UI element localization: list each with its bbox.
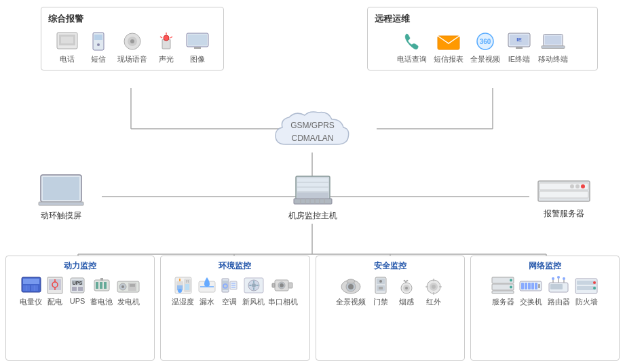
remote-phone: 电话查询 (397, 31, 427, 64)
svg-text:UPS: UPS (73, 281, 83, 285)
svg-rect-111 (272, 283, 275, 287)
svg-rect-80 (104, 282, 107, 289)
battery-label: 蓄电池 (90, 297, 113, 307)
router-device: 路由器 (546, 276, 571, 307)
main-host-icon (290, 173, 335, 207)
water-sensor: 漏水 (197, 276, 216, 307)
svg-rect-17 (94, 35, 102, 40)
svg-point-118 (379, 280, 382, 283)
svg-point-123 (405, 287, 408, 289)
fan-icon (243, 276, 265, 295)
svg-rect-142 (538, 284, 540, 288)
cloud-line2: CDMA/LAN (290, 132, 335, 145)
svg-point-106 (252, 283, 256, 287)
security-icons: 全景视频 门禁 (320, 276, 461, 307)
smoke-device: 烟感 (396, 276, 417, 307)
alarm-light-label: 声光 (159, 54, 174, 64)
svg-point-60 (570, 184, 574, 188)
alarm-audio: 现场语音 (117, 31, 147, 64)
electric-meter-label: 电量仪 (20, 297, 42, 307)
camera360-icon: 360 (473, 31, 497, 52)
svg-rect-139 (528, 283, 531, 289)
svg-rect-110 (288, 283, 292, 288)
alarm-server-icon (537, 178, 591, 205)
svg-rect-137 (521, 283, 524, 289)
electric-meter-icon (20, 276, 42, 295)
svg-rect-86 (130, 284, 135, 287)
ups-icon: UPS (68, 276, 87, 295)
svg-rect-42 (39, 202, 83, 205)
svg-rect-150 (550, 284, 563, 289)
serial-cam-label: 串口相机 (268, 297, 298, 307)
distribution-icon (45, 276, 64, 295)
svg-point-147 (552, 277, 554, 280)
panorama-cam-icon (339, 276, 363, 295)
svg-point-90 (178, 289, 182, 293)
remote-box: 远程运维 电话查询 短信报表 (367, 7, 598, 70)
main-host-label: 机房监控主机 (288, 210, 337, 222)
svg-rect-120 (379, 287, 383, 289)
touchscreen-label: 动环触摸屏 (41, 210, 81, 222)
svg-rect-138 (525, 283, 527, 289)
firewall-icon (574, 276, 599, 295)
infrared-label: 红外 (426, 297, 441, 307)
svg-rect-133 (492, 291, 514, 294)
thermometer-icon: H (174, 276, 193, 295)
content-layer: 综合报警 电话 短信 (0, 0, 625, 364)
svg-point-59 (575, 184, 580, 188)
env-monitor-box: 环境监控 H 温湿度 (160, 256, 309, 361)
cloud-area: GSM/GPRS CDMA/LAN (265, 107, 360, 157)
access-control-icon (371, 276, 390, 295)
alarm-server-device: 报警服务器 (537, 178, 591, 220)
svg-rect-15 (61, 37, 73, 43)
distribution-box: 配电 (45, 276, 64, 307)
remote-sms: 短信报表 (434, 31, 463, 64)
svg-point-155 (593, 287, 596, 289)
svg-rect-46 (297, 188, 328, 191)
svg-rect-79 (100, 282, 102, 289)
remote-ie-label: IE终端 (508, 54, 530, 64)
thermometer-label: 温湿度 (172, 297, 194, 307)
smoke-label: 烟感 (399, 297, 414, 307)
svg-rect-39 (542, 46, 565, 49)
remote-box-title: 远程运维 (375, 13, 590, 25)
electric-meter: 电量仪 (20, 276, 42, 307)
alarm-sms-label: 短信 (91, 54, 106, 64)
net-server-label: 服务器 (492, 297, 514, 307)
svg-line-25 (160, 37, 162, 38)
firewall-label: 防火墙 (575, 297, 598, 307)
router-label: 路由器 (548, 297, 570, 307)
svg-rect-75 (72, 287, 77, 291)
access-control-device: 门禁 (371, 276, 390, 307)
svg-point-134 (510, 279, 512, 282)
svg-line-26 (170, 37, 172, 38)
smoke-icon (396, 276, 417, 295)
remote-ie: IE IE终端 (507, 31, 531, 64)
svg-rect-94 (185, 284, 189, 290)
access-control-label: 门禁 (373, 297, 388, 307)
alarm-box: 综合报警 电话 短信 (41, 7, 224, 70)
generator-icon (116, 276, 140, 295)
svg-rect-57 (539, 191, 588, 198)
alarm-sms: 短信 (86, 31, 111, 64)
svg-point-126 (432, 285, 436, 289)
remote-mobile: 移动终端 (538, 31, 568, 64)
svg-text:360: 360 (480, 38, 491, 45)
bottom-section: 动力监控 电量仪 (5, 256, 620, 361)
svg-point-114 (348, 284, 354, 289)
speaker-icon (120, 31, 145, 52)
network-monitor-title: 网络监控 (474, 260, 615, 272)
security-monitor-box: 安全监控 全景视频 (316, 256, 465, 361)
thermometer-device: H 温湿度 (172, 276, 194, 307)
security-monitor-title: 安全监控 (320, 260, 461, 272)
alarm-image-label: 图像 (190, 54, 205, 64)
remote-sms-label: 短信报表 (434, 54, 463, 64)
svg-rect-23 (164, 35, 169, 41)
generator-label: 发电机 (117, 297, 140, 307)
alarm-light: 声光 (154, 31, 178, 64)
touchscreen-icon (37, 173, 85, 207)
svg-point-21 (130, 39, 134, 43)
fan-device: 新风机 (242, 276, 265, 307)
svg-rect-76 (78, 287, 83, 291)
svg-rect-35 (516, 47, 523, 49)
